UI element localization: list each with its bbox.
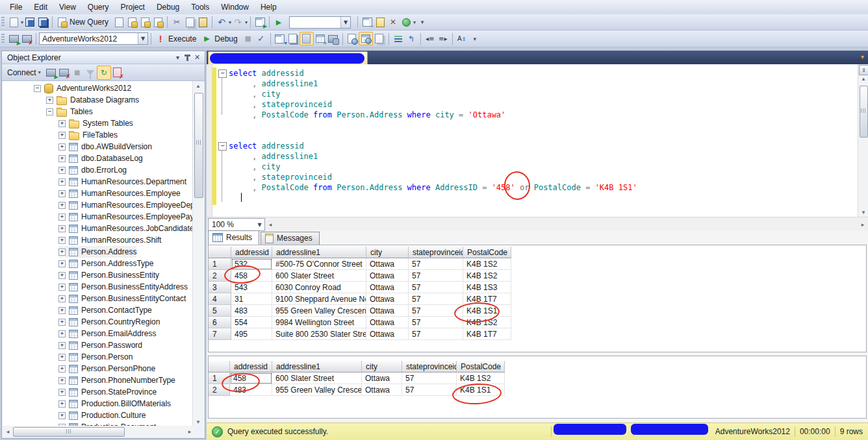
row-header[interactable]: 6: [209, 317, 231, 328]
code-line[interactable]: , addressline1: [229, 151, 637, 162]
grid-cell[interactable]: Ottawa: [366, 282, 409, 293]
expand-icon[interactable]: +: [58, 167, 66, 174]
tree-item[interactable]: +Person.Address: [58, 246, 136, 258]
uncomment-icon[interactable]: ↰: [405, 32, 418, 45]
results-to-text-icon[interactable]: [346, 32, 359, 45]
xmla-query-icon[interactable]: [151, 16, 164, 29]
stop-icon[interactable]: ■: [242, 32, 255, 45]
tree-item[interactable]: +Person.AddressType: [58, 258, 153, 269]
stop-icon[interactable]: ■: [71, 66, 84, 79]
tree-item[interactable]: +Person.PhoneNumberType: [58, 374, 175, 386]
expand-icon[interactable]: +: [58, 155, 66, 162]
debug-icon[interactable]: ▶: [200, 32, 213, 45]
column-header[interactable]: addressid: [230, 361, 272, 373]
tree-item[interactable]: +HumanResources.JobCandidate: [58, 223, 194, 234]
grid-cell[interactable]: 57: [409, 270, 463, 282]
column-header[interactable]: PostalCode: [463, 247, 511, 258]
grid-cell[interactable]: 31: [231, 293, 272, 305]
toolbar-grip[interactable]: [1, 34, 5, 44]
connect-server-icon[interactable]: ▶: [45, 66, 58, 79]
debug-play-icon[interactable]: ▶: [272, 16, 285, 29]
row-header[interactable]: 7: [209, 328, 231, 340]
scrollbar-thumb[interactable]: [860, 86, 868, 138]
scrollbar-thumb[interactable]: [194, 93, 203, 198]
save-all-icon[interactable]: [36, 16, 49, 29]
tree-item[interactable]: +FileTables: [58, 129, 118, 141]
tree-item[interactable]: +dbo.DatabaseLog: [58, 153, 143, 164]
menu-help[interactable]: Help: [255, 1, 283, 13]
scroll-up-icon[interactable]: ▴: [858, 75, 868, 82]
code-line[interactable]: select addressid: [229, 141, 637, 151]
toolbar-overflow-icon[interactable]: ▾: [468, 32, 481, 45]
expand-icon[interactable]: +: [58, 120, 66, 127]
column-header[interactable]: PostalCode: [457, 361, 505, 373]
expand-icon[interactable]: +: [58, 377, 66, 384]
grid-cell[interactable]: 57: [409, 317, 463, 328]
menu-query[interactable]: Query: [82, 1, 115, 13]
grid-cell[interactable]: Ottawa: [366, 293, 409, 305]
tree-item[interactable]: +Person.Person: [58, 351, 133, 363]
available-databases-combo[interactable]: AdventureWorks2012 ▼: [39, 32, 148, 45]
combo-caret-icon[interactable]: ▼: [340, 17, 350, 28]
code-line[interactable]: , stateprovinceid: [229, 172, 637, 182]
grid-cell[interactable]: #500-75 O'Connor Street: [272, 258, 366, 270]
grid-cell[interactable]: 57: [409, 258, 463, 270]
scrollbar-thumb[interactable]: [13, 427, 125, 437]
code-line[interactable]: [229, 120, 637, 130]
tree-item[interactable]: +Person.ContactType: [58, 304, 152, 316]
tree-item[interactable]: +Person.BusinessEntity: [58, 269, 159, 281]
tree-item[interactable]: +Person.Password: [58, 339, 142, 351]
split-editor-handle[interactable]: ⇕: [859, 65, 868, 75]
database-engine-query-icon[interactable]: [125, 16, 138, 29]
code-line[interactable]: , city: [229, 89, 637, 99]
grid-cell[interactable]: Ottawa: [362, 384, 402, 396]
column-header[interactable]: city: [366, 247, 409, 258]
comment-icon[interactable]: [392, 32, 405, 45]
database-combo-caret-icon[interactable]: ▼: [138, 33, 147, 44]
expand-icon[interactable]: +: [58, 143, 66, 151]
tree-item[interactable]: +HumanResources.EmployeeDep: [58, 199, 194, 211]
grid-cell[interactable]: K4B 1S2: [457, 373, 505, 384]
grid-cell[interactable]: Ottawa: [366, 270, 409, 282]
tree-item[interactable]: +HumanResources.Department: [58, 176, 186, 188]
new-query-icon[interactable]: [55, 16, 68, 29]
tree-item[interactable]: +dbo.ErrorLog: [58, 164, 127, 176]
menu-tools[interactable]: Tools: [185, 1, 215, 13]
expand-icon[interactable]: +: [58, 400, 66, 408]
menu-view[interactable]: View: [53, 1, 82, 13]
column-header[interactable]: addressid: [231, 247, 272, 258]
fold-collapse-icon[interactable]: −: [218, 69, 227, 78]
grid-cell[interactable]: K4B 1S3: [463, 282, 511, 293]
grid-cell[interactable]: 57: [402, 373, 457, 384]
tree-item[interactable]: +Database Diagrams: [46, 94, 139, 106]
column-header[interactable]: addressline1: [272, 361, 362, 373]
code-line[interactable]: select addressid: [229, 68, 637, 79]
grid-cell[interactable]: Ottawa: [366, 305, 409, 317]
paste-icon[interactable]: [196, 16, 209, 29]
tree-item[interactable]: +Person.EmailAddress: [58, 328, 156, 339]
expand-icon[interactable]: +: [58, 190, 66, 197]
column-header[interactable]: stateprovinceid: [409, 247, 463, 258]
code-line[interactable]: , PostalCode from Person.Address where c…: [229, 110, 637, 120]
fold-collapse-icon[interactable]: −: [218, 142, 227, 151]
redo-caret-icon[interactable]: ▾: [245, 19, 248, 25]
grid-cell[interactable]: 57: [409, 293, 463, 305]
copy-icon[interactable]: [183, 16, 196, 29]
refresh-icon[interactable]: ↻: [97, 66, 111, 80]
column-header[interactable]: stateprovinceid: [402, 361, 457, 373]
expand-icon[interactable]: +: [58, 284, 66, 291]
execute-button[interactable]: Execute: [168, 34, 196, 43]
window-position-caret-icon[interactable]: ▾: [173, 54, 183, 61]
grid-cell[interactable]: 483: [231, 305, 272, 317]
grid-cell[interactable]: 57: [409, 282, 463, 293]
menu-file[interactable]: File: [4, 1, 28, 13]
expand-icon[interactable]: +: [58, 319, 66, 326]
grid-cell[interactable]: 9100 Sheppard Avenue North: [272, 293, 366, 305]
tree-item[interactable]: +HumanResources.Shift: [58, 234, 161, 246]
menu-edit[interactable]: Edit: [28, 1, 53, 13]
intellisense-enabled-icon[interactable]: [300, 32, 314, 45]
row-header[interactable]: 3: [209, 282, 231, 293]
tools-icon[interactable]: ✕: [387, 16, 400, 29]
results-to-file-icon[interactable]: [373, 32, 386, 45]
grid-cell[interactable]: Ottawa: [366, 317, 409, 328]
